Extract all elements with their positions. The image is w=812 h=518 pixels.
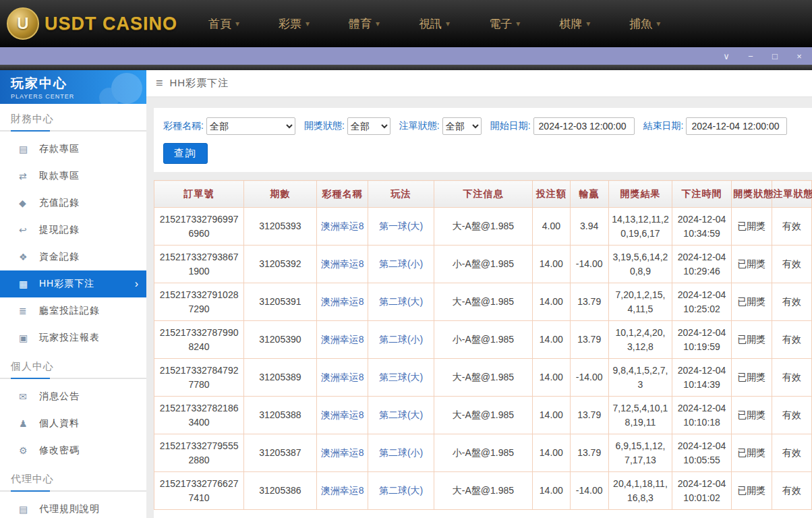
order-status-filter-label: 注單狀態: xyxy=(399,120,440,132)
filter-panel: 彩種名稱: 全部 開獎狀態: 全部 注單狀態: 全 xyxy=(154,108,812,172)
draw-status-filter-label: 開獎狀態: xyxy=(304,120,345,132)
table-cell: 2152173327879908240 xyxy=(154,321,244,359)
table-cell: 13.79 xyxy=(570,283,608,321)
table-cell: 14.00 xyxy=(533,397,570,434)
sidebar-item-存款專區[interactable]: ▤存款專區 xyxy=(0,136,146,163)
table-row: 215217332779555288031205387澳洲幸运8第二球(小)小-… xyxy=(154,434,812,472)
nav-item-體育[interactable]: 體育▾ xyxy=(349,16,380,32)
sidebar-item-label: HH彩票下注 xyxy=(39,278,94,290)
recharge-record-icon: ◆ xyxy=(19,198,39,208)
draw-status-filter: 開獎狀態: 全部 xyxy=(304,117,390,135)
table-cell: 2152173327969976960 xyxy=(154,208,244,246)
chevron-down-icon: ▾ xyxy=(446,20,450,28)
table-cell: 6,9,15,1,12,7,17,13 xyxy=(608,434,672,472)
table-cell: 3,19,5,6,14,20,8,9 xyxy=(608,246,672,283)
table-cell: 第三球(大) xyxy=(368,359,434,397)
deposit-card-icon: ▤ xyxy=(19,144,39,154)
sidebar-item-提現記錄[interactable]: ↩提現記錄 xyxy=(0,217,146,243)
table-cell: 大-A盤@1.985 xyxy=(434,359,532,397)
maximize-button[interactable]: □ xyxy=(770,52,780,61)
sidebar-item-HH彩票下注[interactable]: ▦HH彩票下注› xyxy=(0,270,146,297)
nav-item-電子[interactable]: 電子▾ xyxy=(489,16,520,32)
hamburger-menu-icon[interactable]: ≡ xyxy=(156,76,163,90)
sidebar-item-label: 消息公告 xyxy=(39,391,80,403)
minimize-button[interactable]: − xyxy=(746,52,755,61)
table-cell: 第二球(小) xyxy=(368,434,434,472)
column-header: 開獎結果 xyxy=(608,181,672,208)
table-cell: -14.00 xyxy=(570,472,608,510)
table-cell: 澳洲幸运8 xyxy=(316,359,368,397)
nav-item-label: 視訊 xyxy=(419,16,442,32)
table-cell: 已開獎 xyxy=(732,472,772,510)
table-row: 215217332796997696031205393澳洲幸运8第一球(大)大-… xyxy=(154,208,812,246)
sidebar-item-資金記錄[interactable]: ❖資金記錄 xyxy=(0,243,146,270)
sidebar-item-label: 存款專區 xyxy=(39,143,80,155)
table-cell: 第二球(大) xyxy=(368,283,434,321)
nav-item-首頁[interactable]: 首頁▾ xyxy=(208,16,239,32)
chevron-down-icon: ▾ xyxy=(586,20,590,28)
main-body: 彩種名稱: 全部 開獎狀態: 全部 注單狀態: 全 xyxy=(146,97,812,518)
end-date-filter: 結束日期: xyxy=(643,117,788,135)
sidebar-item-取款專區[interactable]: ⇄取款專區 xyxy=(0,163,146,190)
table-cell: 13.79 xyxy=(570,321,608,359)
table-cell: 9,8,4,1,5,2,7,3 xyxy=(608,359,672,397)
table-cell: 有效 xyxy=(772,434,811,472)
table-cell: -14.00 xyxy=(570,359,608,397)
nav-item-label: 棋牌 xyxy=(559,16,582,32)
logo: U USDT CASINO xyxy=(7,7,177,40)
sidebar: 玩家中心 PLAYERS CENTER 財務中心▤存款專區⇄取款專區◆充值記錄↩… xyxy=(0,70,146,518)
sidebar-item-廳室投註記錄[interactable]: ≣廳室投註記錄 xyxy=(0,297,146,324)
nav-item-label: 電子 xyxy=(489,16,512,32)
table-row: 215217332784792778031205389澳洲幸运8第三球(大)大-… xyxy=(154,359,812,397)
lottery-filter-label: 彩種名稱: xyxy=(163,120,204,132)
sidebar-item-充值記錄[interactable]: ◆充值記錄 xyxy=(0,190,146,217)
nav-item-彩票[interactable]: 彩票▾ xyxy=(279,16,310,32)
sidebar-item-label: 資金記錄 xyxy=(39,251,80,263)
column-header: 玩法 xyxy=(368,181,434,208)
sidebar-section-title: 代理中心 xyxy=(0,464,146,490)
table-cell: 第二球(大) xyxy=(368,472,434,510)
sidebar-item-個人資料[interactable]: ♟個人資料 xyxy=(0,410,146,437)
person-icon: ♟ xyxy=(19,418,39,429)
logo-emblem-icon: U xyxy=(7,7,39,40)
bell-icon: ✉ xyxy=(19,391,39,402)
sidebar-item-玩家投注報表[interactable]: ▣玩家投注報表 xyxy=(0,324,146,351)
table-cell: 大-A盤@1.985 xyxy=(434,283,532,321)
table-row: 215217332791028729031205391澳洲幸运8第二球(大)大-… xyxy=(154,283,812,321)
table-cell: 有效 xyxy=(772,359,811,397)
table-cell: 大-A盤@1.985 xyxy=(434,208,532,246)
table-cell: 14.00 xyxy=(533,283,570,321)
sidebar-item-消息公告[interactable]: ✉消息公告 xyxy=(0,383,146,410)
table-cell: 31205390 xyxy=(244,321,317,359)
search-button[interactable]: 查詢 xyxy=(163,143,208,164)
sidebar-item-label: 修改密碼 xyxy=(39,444,80,457)
table-cell: 2024-12-04 10:34:59 xyxy=(672,208,732,246)
section-underline xyxy=(0,490,146,492)
table-cell: 第二球(大) xyxy=(368,397,434,434)
agent-rules-icon: ▤ xyxy=(19,504,39,515)
table-cell: 第二球(小) xyxy=(368,321,434,359)
table-cell: 31205391 xyxy=(244,283,317,321)
table-cell: 第二球(小) xyxy=(368,246,434,283)
table-cell: 澳洲幸运8 xyxy=(316,321,368,359)
nav-item-捕魚[interactable]: 捕魚▾ xyxy=(629,16,660,32)
nav-item-視訊[interactable]: 視訊▾ xyxy=(419,16,450,32)
collapse-chevron-icon[interactable]: ∨ xyxy=(722,52,731,61)
lottery-select[interactable]: 全部 xyxy=(206,117,295,135)
sidebar-item-修改密碼[interactable]: ⚙修改密碼 xyxy=(0,437,146,464)
column-header: 投注額 xyxy=(533,181,570,208)
table-cell: 2152173327938671900 xyxy=(154,246,244,283)
table-row: 215217332782186340031205388澳洲幸运8第二球(大)大-… xyxy=(154,397,812,434)
draw-status-select[interactable]: 全部 xyxy=(347,117,390,135)
column-header: 彩種名稱 xyxy=(316,181,368,208)
nav-item-棋牌[interactable]: 棋牌▾ xyxy=(559,16,590,32)
end-date-input[interactable] xyxy=(686,117,787,135)
table-cell: 31205388 xyxy=(244,397,317,434)
table-cell: 澳洲幸运8 xyxy=(316,397,368,434)
close-button[interactable]: × xyxy=(794,52,804,61)
table-cell: 已開獎 xyxy=(732,321,772,359)
table-row: 215217332776627741031205386澳洲幸运8第二球(大)大-… xyxy=(154,472,812,510)
start-date-input[interactable] xyxy=(533,117,635,135)
order-status-select[interactable]: 全部 xyxy=(442,117,482,135)
sidebar-item-代理規則說明[interactable]: ▤代理規則說明 xyxy=(0,496,146,518)
